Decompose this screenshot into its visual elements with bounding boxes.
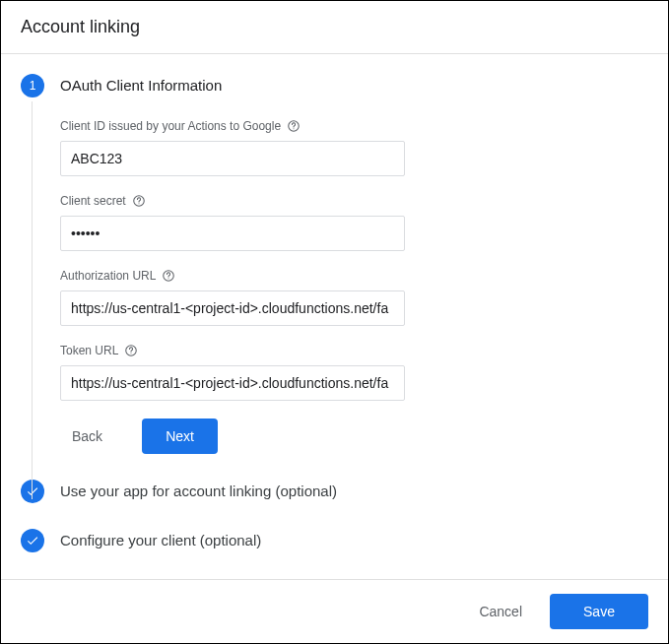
save-button[interactable]: Save [550, 594, 648, 629]
field-label: Token URL [60, 344, 648, 357]
step-body: Configure your client (optional) [60, 529, 648, 552]
help-icon[interactable] [124, 344, 138, 357]
back-button[interactable]: Back [60, 420, 114, 452]
field-client-id: Client ID issued by your Actions to Goog… [60, 119, 648, 176]
step-title: OAuth Client Information [60, 74, 648, 97]
step-title: Configure your client (optional) [60, 529, 648, 552]
field-client-secret: Client secret [60, 194, 648, 251]
check-icon [21, 480, 44, 503]
help-icon[interactable] [287, 119, 301, 133]
field-token-url: Token URL [60, 344, 648, 401]
auth-url-input[interactable] [60, 290, 405, 326]
field-label: Client secret [60, 194, 648, 208]
client-id-input[interactable] [60, 141, 405, 176]
token-url-input[interactable] [60, 365, 405, 401]
client-secret-input[interactable] [60, 216, 405, 251]
cancel-button[interactable]: Cancel [465, 596, 536, 627]
step-use-app-linking[interactable]: Use your app for account linking (option… [21, 480, 648, 503]
content-area: 1 OAuth Client Information Client ID iss… [1, 54, 668, 552]
field-auth-url: Authorization URL [60, 269, 648, 326]
check-icon [21, 529, 44, 552]
field-label: Client ID issued by your Actions to Goog… [60, 119, 648, 133]
page-title: Account linking [1, 1, 668, 54]
footer: Cancel Save [1, 579, 668, 643]
help-icon[interactable] [132, 194, 146, 208]
svg-point-1 [294, 128, 295, 129]
step-oauth-client-info: 1 OAuth Client Information Client ID iss… [21, 74, 648, 480]
svg-point-3 [138, 203, 139, 204]
label-text: Authorization URL [60, 269, 156, 283]
label-text: Token URL [60, 344, 118, 357]
next-button[interactable]: Next [142, 419, 218, 454]
step-number-icon: 1 [21, 74, 44, 97]
label-text: Client secret [60, 194, 126, 208]
field-label: Authorization URL [60, 269, 648, 283]
svg-point-7 [131, 353, 132, 354]
step-button-row: Back Next [60, 419, 648, 454]
label-text: Client ID issued by your Actions to Goog… [60, 119, 281, 133]
step-body: Use your app for account linking (option… [60, 480, 648, 503]
step-title: Use your app for account linking (option… [60, 480, 648, 503]
form-group: Client ID issued by your Actions to Goog… [60, 119, 648, 401]
step-configure-client[interactable]: Configure your client (optional) [21, 529, 648, 552]
step-connector-line [32, 101, 33, 499]
help-icon[interactable] [162, 269, 175, 283]
svg-point-5 [168, 278, 169, 279]
step-body: OAuth Client Information Client ID issue… [60, 74, 648, 480]
